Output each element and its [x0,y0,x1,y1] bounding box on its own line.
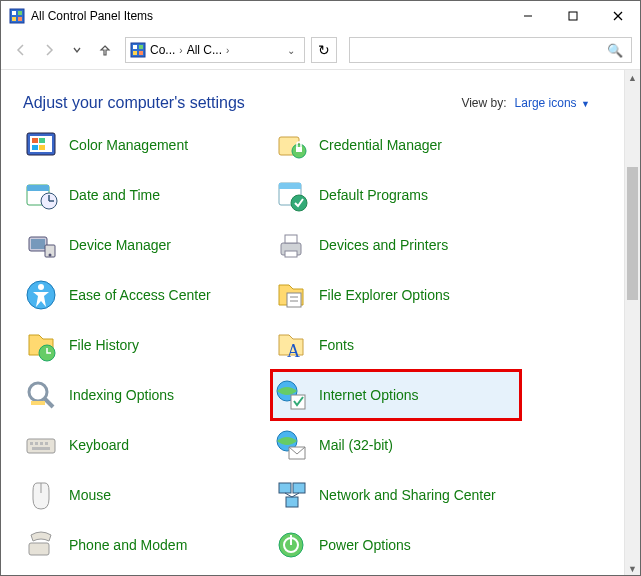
devices-printers-icon [273,227,309,263]
item-label: Date and Time [69,187,160,203]
svg-text:A: A [287,341,300,361]
control-panel-item[interactable]: Keyboard [21,420,271,470]
items-grid: Color ManagementCredential ManagerDate a… [21,120,624,570]
caret-down-icon: ▼ [579,99,590,109]
svg-rect-10 [133,45,137,49]
control-panel-item[interactable]: Phone and Modem [21,520,271,570]
svg-rect-60 [286,497,298,507]
default-programs-icon [273,177,309,213]
address-dropdown[interactable]: ⌄ [282,45,300,56]
svg-rect-24 [27,185,49,191]
mail-icon [273,427,309,463]
svg-rect-37 [285,251,297,257]
control-panel-item[interactable]: Color Management [21,120,271,170]
control-panel-icon [9,8,25,24]
page-title: Adjust your computer's settings [23,94,461,112]
svg-rect-16 [32,138,38,143]
control-panel-item[interactable]: Device Manager [21,220,271,270]
view-by-label: View by: [461,96,506,110]
internet-options-icon [273,377,309,413]
breadcrumb-item[interactable]: All C... [187,43,222,57]
item-label: Default Programs [319,187,428,203]
search-input[interactable]: 🔍 [349,37,632,63]
network-sharing-icon [273,477,309,513]
item-label: Internet Options [319,387,419,403]
maximize-button[interactable] [550,1,595,31]
scroll-up-arrow[interactable]: ▲ [625,70,640,86]
back-button[interactable] [9,38,33,62]
fonts-icon: A [273,327,309,363]
minimize-button[interactable] [505,1,550,31]
svg-rect-12 [133,51,137,55]
svg-rect-3 [12,17,16,21]
svg-rect-53 [40,442,43,445]
control-panel-item[interactable]: Network and Sharing Center [271,470,521,520]
item-label: Color Management [69,137,188,153]
svg-point-34 [49,254,52,257]
svg-rect-32 [31,239,45,249]
up-button[interactable] [93,38,117,62]
control-panel-item[interactable]: Power Options [271,520,521,570]
svg-rect-1 [12,11,16,15]
toolbar: Co... › All C... › ⌄ ↻ 🔍 [1,31,640,69]
item-label: Mail (32-bit) [319,437,393,453]
vertical-scrollbar[interactable]: ▲ ▼ [624,70,640,576]
svg-rect-19 [39,145,45,150]
recent-locations-button[interactable] [65,38,89,62]
refresh-button[interactable]: ↻ [311,37,337,63]
close-button[interactable] [595,1,640,31]
svg-line-62 [292,493,299,497]
svg-rect-36 [285,235,297,243]
control-panel-item[interactable]: Default Programs [271,170,521,220]
view-by-control[interactable]: View by: Large icons ▼ [461,96,590,110]
control-panel-item[interactable]: Indexing Options [21,370,271,420]
forward-button[interactable] [37,38,61,62]
item-label: Devices and Printers [319,237,448,253]
svg-rect-59 [293,483,305,493]
item-label: Keyboard [69,437,129,453]
item-label: Credential Manager [319,137,442,153]
item-label: Indexing Options [69,387,174,403]
control-panel-item[interactable]: File History [21,320,271,370]
view-by-value: Large icons [515,96,577,110]
search-icon: 🔍 [607,43,623,58]
item-label: Fonts [319,337,354,353]
svg-rect-6 [569,12,577,20]
item-label: Ease of Access Center [69,287,211,303]
control-panel-item[interactable]: Mouse [21,470,271,520]
control-panel-item[interactable]: File Explorer Options [271,270,521,320]
color-management-icon [23,127,59,163]
svg-rect-54 [45,442,48,445]
svg-rect-58 [279,483,291,493]
address-bar[interactable]: Co... › All C... › ⌄ [125,37,305,63]
window-title: All Control Panel Items [31,9,505,23]
svg-rect-51 [30,442,33,445]
svg-rect-4 [18,17,22,21]
control-panel-item[interactable]: Ease of Access Center [21,270,271,320]
svg-rect-40 [287,293,301,307]
control-panel-item[interactable]: AFonts [271,320,521,370]
svg-rect-55 [32,447,50,450]
item-label: File Explorer Options [319,287,450,303]
control-panel-item[interactable]: Date and Time [21,170,271,220]
item-label: Network and Sharing Center [319,487,496,503]
phone-modem-icon [23,527,59,563]
ease-of-access-icon [23,277,59,313]
control-panel-item[interactable]: Mail (32-bit) [271,420,521,470]
svg-rect-2 [18,11,22,15]
chevron-right-icon: › [226,45,229,56]
control-panel-item[interactable]: Devices and Printers [271,220,521,270]
svg-rect-22 [296,147,302,152]
svg-rect-29 [279,183,301,189]
item-label: Device Manager [69,237,171,253]
svg-rect-47 [31,401,45,405]
address-icon [130,42,146,58]
scroll-down-arrow[interactable]: ▼ [625,561,640,576]
svg-rect-11 [139,45,143,49]
control-panel-item[interactable]: Internet Options [271,370,521,420]
scroll-thumb[interactable] [627,167,638,300]
breadcrumb-item[interactable]: Co... [150,43,175,57]
power-icon [273,527,309,563]
item-label: Phone and Modem [69,537,187,553]
control-panel-item[interactable]: Credential Manager [271,120,521,170]
